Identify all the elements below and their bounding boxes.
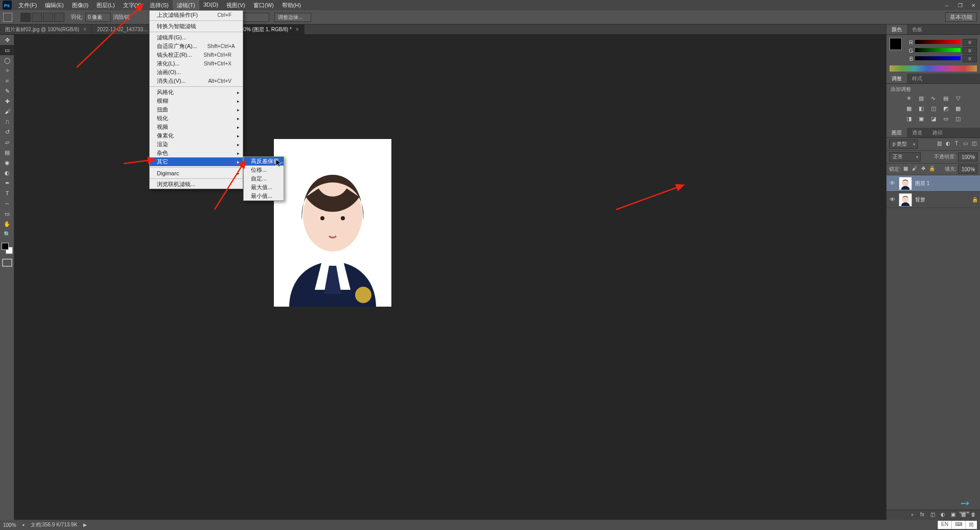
menu-help[interactable]: 帮助(H)	[278, 0, 305, 11]
mask-icon[interactable]: ◫	[929, 512, 936, 519]
menu-blur[interactable]: 模糊	[150, 97, 243, 105]
lock-paint-icon[interactable]: 🖌	[911, 166, 918, 173]
blur-tool-icon[interactable]: ◉	[0, 157, 14, 168]
add-selection-button[interactable]	[32, 13, 42, 22]
menu-digimarc[interactable]: Digimarc	[150, 169, 243, 177]
color-swatches[interactable]	[0, 241, 14, 256]
menu-filter[interactable]: 滤镜(T)	[173, 0, 199, 11]
gradient-tool-icon[interactable]: ▤	[0, 147, 14, 157]
filter-shape-icon[interactable]: ▭	[962, 141, 969, 148]
adj-selectivecolor-icon[interactable]: ◫	[954, 116, 962, 124]
fill-input[interactable]: 100%	[958, 165, 977, 174]
opacity-input[interactable]: 100%	[958, 152, 977, 162]
eraser-tool-icon[interactable]: ▱	[0, 137, 14, 147]
marquee-tool-icon[interactable]: ▭	[0, 45, 14, 55]
brush-tool-icon[interactable]: 🖌	[0, 106, 14, 117]
adj-bw-icon[interactable]: ◧	[917, 105, 925, 113]
layer-row[interactable]: 👁 图层 1	[886, 175, 980, 192]
adj-vibrance-icon[interactable]: ▽	[954, 95, 962, 103]
g-slider[interactable]	[915, 48, 961, 53]
tab-styles[interactable]: 样式	[907, 74, 927, 83]
tool-preset-icon[interactable]	[3, 13, 12, 22]
submenu-minimum[interactable]: 最小值...	[244, 192, 284, 200]
close-icon[interactable]: ×	[296, 27, 299, 32]
menu-convert-smart[interactable]: 转换为智能滤镜	[150, 22, 243, 31]
chevron-down-icon[interactable]: ▾	[22, 523, 25, 527]
menu-vanishing-point[interactable]: 消失点(V)...Alt+Ctrl+V	[150, 77, 243, 85]
menu-noise[interactable]: 杂色	[150, 149, 243, 157]
group-icon[interactable]: ▣	[949, 512, 956, 519]
menu-sharpen[interactable]: 锐化	[150, 114, 243, 123]
b-value[interactable]: 0	[963, 55, 977, 62]
adj-exposure-icon[interactable]: ▤	[942, 95, 950, 103]
rectangle-tool-icon[interactable]: ▭	[0, 209, 14, 219]
adjustment-layer-icon[interactable]: ◐	[939, 512, 946, 519]
menu-edit[interactable]: 编辑(E)	[41, 0, 68, 11]
tab-layers[interactable]: 图层	[886, 128, 907, 137]
menu-image[interactable]: 图像(I)	[68, 0, 92, 11]
menu-3d[interactable]: 3D(D)	[199, 0, 222, 11]
menu-video[interactable]: 视频	[150, 123, 243, 131]
adj-hue-icon[interactable]: ▦	[905, 105, 913, 113]
filter-adjust-icon[interactable]: ◐	[944, 141, 951, 148]
blend-mode-dropdown[interactable]: 正常	[889, 152, 921, 162]
new-selection-button[interactable]	[20, 13, 31, 22]
g-value[interactable]: 0	[963, 47, 977, 54]
menu-file[interactable]: 文件(F)	[14, 0, 41, 11]
language-indicator[interactable]: EN ⌨ 简	[938, 521, 977, 529]
menu-type[interactable]: 文字(Y)	[119, 0, 146, 11]
quick-mask-icon[interactable]	[2, 259, 12, 267]
menu-lens-correction[interactable]: 镜头校正(R)...Shift+Ctrl+R	[150, 51, 243, 59]
visibility-icon[interactable]: 👁	[889, 196, 896, 203]
menu-window[interactable]: 窗口(W)	[249, 0, 278, 11]
layer-row[interactable]: 👁 背景 🔒	[886, 192, 980, 208]
layer-thumbnail[interactable]	[899, 177, 912, 190]
layer-filter-kind[interactable]: p 类型	[889, 140, 918, 149]
trash-icon[interactable]: 🗑	[970, 512, 977, 519]
eyedropper-tool-icon[interactable]: ✎	[0, 86, 14, 96]
history-brush-tool-icon[interactable]: ↺	[0, 127, 14, 137]
submenu-high-pass[interactable]: 高反差保留...	[244, 157, 284, 166]
hue-strip[interactable]	[890, 65, 977, 72]
hand-tool-icon[interactable]: ✋	[0, 219, 14, 229]
link-layers-icon[interactable]: ⍆	[908, 512, 916, 519]
path-select-tool-icon[interactable]: ↔	[0, 198, 14, 209]
adj-levels-icon[interactable]: ▥	[917, 95, 925, 103]
lock-transparent-icon[interactable]: ▦	[902, 166, 909, 173]
stamp-tool-icon[interactable]: ⎍	[0, 117, 14, 127]
submenu-custom[interactable]: 自定...	[244, 174, 284, 183]
document-tab[interactable]: 图片素材02.jpg @ 100%(RGB/8)×	[0, 25, 92, 34]
layer-thumbnail[interactable]	[899, 193, 912, 206]
menu-render[interactable]: 渲染	[150, 140, 243, 149]
menu-adaptive-wide[interactable]: 自适应广角(A)...Shift+Ctrl+A	[150, 42, 243, 51]
lock-move-icon[interactable]: ✥	[920, 166, 927, 173]
adj-posterize-icon[interactable]: ▣	[917, 116, 925, 124]
quick-select-tool-icon[interactable]: ✧	[0, 65, 14, 76]
menu-stylize[interactable]: 风格化	[150, 88, 243, 97]
type-tool-icon[interactable]: T	[0, 188, 14, 198]
adj-colorlookup-icon[interactable]: ▩	[954, 105, 962, 113]
menu-last-filter[interactable]: 上次滤镜操作(F) Ctrl+F	[150, 11, 243, 19]
filter-type-icon[interactable]: T	[953, 141, 960, 148]
workspace-switcher[interactable]: 基本功能	[945, 12, 977, 22]
submenu-maximum[interactable]: 最大值...	[244, 183, 284, 192]
intersect-selection-button[interactable]	[54, 13, 64, 22]
r-value[interactable]: 0	[963, 39, 977, 46]
r-slider[interactable]	[915, 40, 961, 45]
menu-distort[interactable]: 扭曲	[150, 105, 243, 114]
menu-layer[interactable]: 图层(L)	[92, 0, 119, 11]
subtract-selection-button[interactable]	[43, 13, 53, 22]
lock-all-icon[interactable]: 🔒	[928, 166, 936, 173]
menu-filter-gallery[interactable]: 滤镜库(G)...	[150, 33, 243, 42]
zoom-level[interactable]: 100%	[3, 522, 16, 528]
adj-photo-filter-icon[interactable]: ◫	[929, 105, 938, 113]
layer-name[interactable]: 图层 1	[915, 180, 929, 187]
menu-oil-paint[interactable]: 油画(O)...	[150, 68, 243, 77]
canvas[interactable]	[14, 35, 886, 520]
height-input[interactable]	[239, 13, 269, 22]
tab-swatches[interactable]: 色板	[907, 25, 927, 34]
adj-threshold-icon[interactable]: ◪	[929, 116, 938, 124]
feather-input[interactable]: 0 像素	[85, 13, 111, 22]
zoom-tool-icon[interactable]: 🔍	[0, 229, 14, 239]
maximize-button[interactable]: ❐	[953, 1, 967, 10]
